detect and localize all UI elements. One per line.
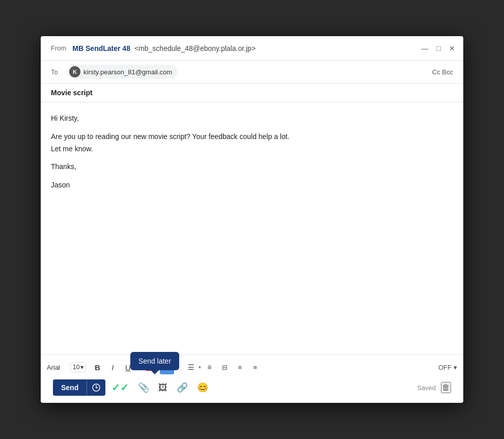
toolbar-area: Arial 10 ▾ B I U A ▾ A ▾ ☰ ▾ ≡ ⊟ — [41, 354, 463, 403]
recipient-avatar: K — [69, 66, 80, 77]
signature: Jason — [51, 179, 453, 191]
bold-button[interactable]: B — [90, 360, 104, 374]
close-button[interactable]: ✕ — [449, 45, 455, 52]
send-main-button[interactable]: Send — [53, 379, 87, 396]
to-row: To K kirsty.pearson_81@gmail.com Cc Bcc — [41, 61, 463, 84]
font-size-value: 10 — [73, 364, 79, 371]
from-label: From — [51, 44, 66, 52]
greeting: Hi Kirsty, — [51, 113, 453, 125]
recipient-chip[interactable]: K kirsty.pearson_81@gmail.com — [67, 65, 177, 79]
delete-button[interactable]: 🗑 — [441, 382, 451, 393]
font-name-label: Arial — [47, 364, 67, 371]
to-label: To — [51, 68, 61, 76]
clock-icon — [92, 383, 100, 392]
window-controls: — □ ✕ — [422, 45, 455, 52]
emoji-icon: 😊 — [197, 382, 208, 393]
compose-window: From MB SendLater 48 <mb_schedule_48@ebo… — [41, 36, 463, 403]
spellcheck-label: OFF — [438, 364, 452, 371]
link-icon: 🔗 — [177, 382, 188, 393]
saved-label: Saved — [417, 384, 436, 392]
indent-increase-button[interactable]: ≡ — [248, 360, 262, 374]
emoji-button[interactable]: 😊 — [194, 380, 211, 395]
ordered-list-button[interactable]: ≡ — [202, 360, 216, 374]
subject-row[interactable]: Movie script — [41, 84, 463, 102]
email-body[interactable]: Hi Kirsty, Are you up to reading our new… — [41, 102, 463, 354]
link-button[interactable]: 🔗 — [174, 380, 191, 395]
check-button[interactable]: ✓✓ — [108, 379, 132, 396]
recipient-email: kirsty.pearson_81@gmail.com — [83, 68, 172, 76]
subject-text: Movie script — [51, 89, 93, 97]
spellcheck-toggle[interactable]: OFF ▾ — [438, 364, 457, 371]
font-size-arrow: ▾ — [80, 364, 83, 371]
unordered-list-button[interactable]: ⊟ — [217, 360, 232, 374]
separator2 — [180, 362, 181, 372]
align-button[interactable]: ☰ — [184, 360, 198, 374]
check-icon: ✓✓ — [111, 381, 129, 394]
title-bar-left: From MB SendLater 48 <mb_schedule_48@ebo… — [51, 44, 256, 52]
sender-name: MB SendLater 48 — [72, 44, 130, 52]
spellcheck-arrow: ▾ — [454, 364, 457, 371]
align-arrow: ▾ — [199, 365, 201, 370]
send-later-tooltip: Send later — [130, 352, 179, 370]
maximize-button[interactable]: □ — [437, 45, 441, 52]
body-paragraph1: Are you up to reading our new movie scri… — [51, 131, 453, 155]
sender-email: <mb_schedule_48@ebony.plala.or.jp> — [134, 44, 256, 52]
trash-icon: 🗑 — [442, 383, 450, 392]
font-size-selector[interactable]: 10 ▾ — [70, 362, 86, 372]
italic-button[interactable]: I — [105, 360, 120, 374]
attach-button[interactable]: 📎 — [135, 380, 152, 395]
image-button[interactable]: 🖼 — [155, 380, 171, 395]
indent-decrease-button[interactable]: ≡ — [233, 360, 247, 374]
cc-bcc-button[interactable]: Cc Bcc — [432, 68, 453, 76]
saved-area: Saved 🗑 — [417, 382, 451, 393]
minimize-button[interactable]: — — [422, 45, 429, 52]
image-icon: 🖼 — [158, 382, 167, 393]
paperclip-icon: 📎 — [138, 382, 149, 393]
send-row: Send later Send ✓✓ 📎 — [47, 376, 457, 401]
title-bar: From MB SendLater 48 <mb_schedule_48@ebo… — [41, 36, 463, 61]
closing: Thanks, — [51, 161, 453, 173]
send-button-group: Send — [53, 379, 105, 396]
format-toolbar: Arial 10 ▾ B I U A ▾ A ▾ ☰ ▾ ≡ ⊟ — [47, 358, 457, 376]
align-dropdown[interactable]: ☰ ▾ — [184, 360, 201, 374]
send-later-button[interactable] — [87, 379, 105, 396]
